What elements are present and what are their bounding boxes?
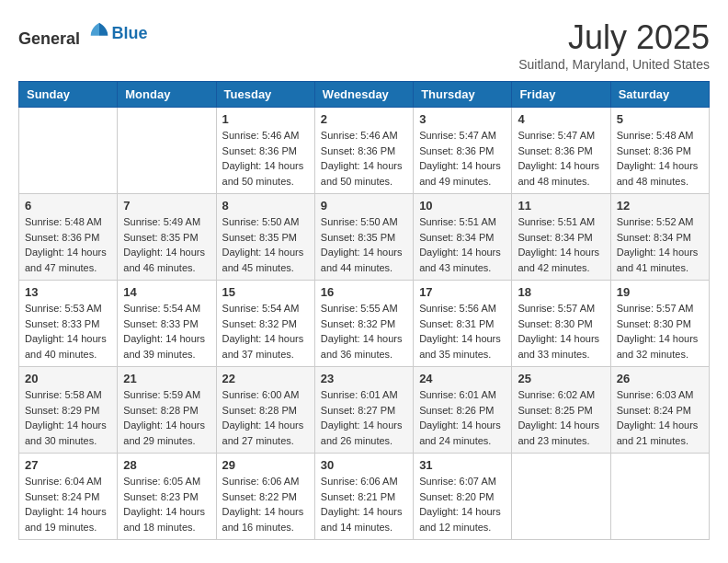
- day-header-sunday: Sunday: [19, 82, 118, 108]
- day-header-saturday: Saturday: [610, 82, 709, 108]
- calendar-cell: 19Sunrise: 5:57 AM Sunset: 8:30 PM Dayli…: [610, 281, 709, 367]
- day-number: 21: [123, 372, 210, 385]
- day-header-wednesday: Wednesday: [314, 82, 413, 108]
- calendar-cell: 9Sunrise: 5:50 AM Sunset: 8:35 PM Daylig…: [314, 194, 413, 281]
- calendar-cell: [118, 108, 216, 194]
- calendar-cell: 10Sunrise: 5:51 AM Sunset: 8:34 PM Dayli…: [414, 194, 512, 281]
- calendar-cell: 12Sunrise: 5:52 AM Sunset: 8:34 PM Dayli…: [610, 194, 709, 281]
- calendar-cell: 30Sunrise: 6:06 AM Sunset: 8:21 PM Dayli…: [314, 454, 413, 540]
- calendar-cell: 17Sunrise: 5:56 AM Sunset: 8:31 PM Dayli…: [414, 281, 512, 367]
- day-number: 2: [321, 112, 407, 126]
- calendar-cell: 24Sunrise: 6:01 AM Sunset: 8:26 PM Dayli…: [414, 367, 512, 454]
- day-number: 15: [222, 285, 309, 299]
- day-number: 25: [518, 372, 604, 385]
- calendar-cell: 28Sunrise: 6:05 AM Sunset: 8:23 PM Dayli…: [118, 454, 216, 540]
- day-number: 17: [419, 285, 506, 299]
- day-number: 31: [419, 458, 506, 472]
- week-row-1: 1Sunrise: 5:46 AM Sunset: 8:36 PM Daylig…: [19, 108, 710, 194]
- cell-content: Sunrise: 6:04 AM Sunset: 8:24 PM Dayligh…: [25, 474, 111, 534]
- day-number: 28: [123, 458, 210, 472]
- cell-content: Sunrise: 6:00 AM Sunset: 8:28 PM Dayligh…: [222, 387, 309, 448]
- cell-content: Sunrise: 5:58 AM Sunset: 8:29 PM Dayligh…: [25, 387, 111, 448]
- day-number: 13: [25, 285, 111, 299]
- calendar-cell: 13Sunrise: 5:53 AM Sunset: 8:33 PM Dayli…: [19, 281, 118, 367]
- cell-content: Sunrise: 5:48 AM Sunset: 8:36 PM Dayligh…: [25, 214, 111, 275]
- calendar-cell: 26Sunrise: 6:03 AM Sunset: 8:24 PM Dayli…: [610, 367, 709, 454]
- day-number: 19: [617, 285, 703, 299]
- calendar-cell: 18Sunrise: 5:57 AM Sunset: 8:30 PM Dayli…: [512, 281, 610, 367]
- cell-content: Sunrise: 5:47 AM Sunset: 8:36 PM Dayligh…: [419, 128, 506, 189]
- calendar-cell: 27Sunrise: 6:04 AM Sunset: 8:24 PM Dayli…: [19, 454, 118, 540]
- calendar-cell: 21Sunrise: 5:59 AM Sunset: 8:28 PM Dayli…: [118, 367, 216, 454]
- cell-content: Sunrise: 5:49 AM Sunset: 8:35 PM Dayligh…: [123, 214, 210, 275]
- day-number: 8: [222, 199, 309, 213]
- cell-content: Sunrise: 5:57 AM Sunset: 8:30 PM Dayligh…: [617, 301, 703, 362]
- cell-content: Sunrise: 5:51 AM Sunset: 8:34 PM Dayligh…: [518, 214, 604, 275]
- day-number: 10: [419, 199, 506, 213]
- logo: General Blue: [18, 18, 148, 49]
- day-number: 14: [123, 285, 210, 299]
- day-number: 11: [518, 199, 604, 213]
- calendar-cell: [512, 454, 610, 540]
- cell-content: Sunrise: 5:51 AM Sunset: 8:34 PM Dayligh…: [419, 214, 506, 275]
- calendar-cell: 6Sunrise: 5:48 AM Sunset: 8:36 PM Daylig…: [19, 194, 118, 281]
- cell-content: Sunrise: 6:02 AM Sunset: 8:25 PM Dayligh…: [518, 387, 604, 448]
- cell-content: Sunrise: 5:59 AM Sunset: 8:28 PM Dayligh…: [123, 387, 210, 448]
- calendar-cell: 3Sunrise: 5:47 AM Sunset: 8:36 PM Daylig…: [414, 108, 512, 194]
- day-number: 16: [321, 285, 407, 299]
- calendar-cell: 5Sunrise: 5:48 AM Sunset: 8:36 PM Daylig…: [610, 108, 709, 194]
- cell-content: Sunrise: 6:06 AM Sunset: 8:22 PM Dayligh…: [222, 474, 309, 534]
- calendar-cell: [610, 454, 709, 540]
- day-number: 1: [222, 112, 309, 126]
- day-number: 9: [321, 199, 407, 213]
- cell-content: Sunrise: 5:54 AM Sunset: 8:33 PM Dayligh…: [123, 301, 210, 362]
- cell-content: Sunrise: 5:54 AM Sunset: 8:32 PM Dayligh…: [222, 301, 309, 362]
- week-row-4: 20Sunrise: 5:58 AM Sunset: 8:29 PM Dayli…: [19, 367, 710, 454]
- day-header-monday: Monday: [118, 82, 216, 108]
- day-header-thursday: Thursday: [414, 82, 512, 108]
- calendar-cell: 25Sunrise: 6:02 AM Sunset: 8:25 PM Dayli…: [512, 367, 610, 454]
- calendar-cell: 29Sunrise: 6:06 AM Sunset: 8:22 PM Dayli…: [216, 454, 314, 540]
- calendar-header: SundayMondayTuesdayWednesdayThursdayFrid…: [19, 82, 710, 108]
- calendar-cell: [19, 108, 118, 194]
- page-header: General Blue July 2025 Suitland, Marylan…: [18, 18, 710, 72]
- day-number: 7: [123, 199, 210, 213]
- day-number: 4: [518, 112, 604, 126]
- day-number: 18: [518, 285, 604, 299]
- day-number: 29: [222, 458, 309, 472]
- day-headers-row: SundayMondayTuesdayWednesdayThursdayFrid…: [19, 82, 710, 108]
- cell-content: Sunrise: 6:07 AM Sunset: 8:20 PM Dayligh…: [419, 474, 506, 534]
- cell-content: Sunrise: 5:55 AM Sunset: 8:32 PM Dayligh…: [321, 301, 407, 362]
- cell-content: Sunrise: 6:03 AM Sunset: 8:24 PM Dayligh…: [617, 387, 703, 448]
- calendar-cell: 23Sunrise: 6:01 AM Sunset: 8:27 PM Dayli…: [314, 367, 413, 454]
- cell-content: Sunrise: 5:46 AM Sunset: 8:36 PM Dayligh…: [321, 128, 407, 189]
- calendar-cell: 14Sunrise: 5:54 AM Sunset: 8:33 PM Dayli…: [118, 281, 216, 367]
- cell-content: Sunrise: 5:48 AM Sunset: 8:36 PM Dayligh…: [617, 128, 703, 189]
- day-number: 30: [321, 458, 407, 472]
- calendar-cell: 11Sunrise: 5:51 AM Sunset: 8:34 PM Dayli…: [512, 194, 610, 281]
- calendar-cell: 4Sunrise: 5:47 AM Sunset: 8:36 PM Daylig…: [512, 108, 610, 194]
- day-header-friday: Friday: [512, 82, 610, 108]
- calendar-cell: 1Sunrise: 5:46 AM Sunset: 8:36 PM Daylig…: [216, 108, 314, 194]
- calendar-cell: 31Sunrise: 6:07 AM Sunset: 8:20 PM Dayli…: [414, 454, 512, 540]
- cell-content: Sunrise: 5:57 AM Sunset: 8:30 PM Dayligh…: [518, 301, 604, 362]
- week-row-2: 6Sunrise: 5:48 AM Sunset: 8:36 PM Daylig…: [19, 194, 710, 281]
- calendar-cell: 20Sunrise: 5:58 AM Sunset: 8:29 PM Dayli…: [19, 367, 118, 454]
- title-area: July 2025 Suitland, Maryland, United Sta…: [518, 18, 710, 72]
- day-number: 5: [617, 112, 703, 126]
- cell-content: Sunrise: 5:47 AM Sunset: 8:36 PM Dayligh…: [518, 128, 604, 189]
- day-number: 24: [419, 372, 506, 385]
- calendar-cell: 15Sunrise: 5:54 AM Sunset: 8:32 PM Dayli…: [216, 281, 314, 367]
- day-number: 26: [617, 372, 703, 385]
- day-header-tuesday: Tuesday: [216, 82, 314, 108]
- cell-content: Sunrise: 6:01 AM Sunset: 8:27 PM Dayligh…: [321, 387, 407, 448]
- cell-content: Sunrise: 5:46 AM Sunset: 8:36 PM Dayligh…: [222, 128, 309, 189]
- calendar-body: 1Sunrise: 5:46 AM Sunset: 8:36 PM Daylig…: [19, 108, 710, 540]
- day-number: 27: [25, 458, 111, 472]
- day-number: 3: [419, 112, 506, 126]
- calendar-cell: 16Sunrise: 5:55 AM Sunset: 8:32 PM Dayli…: [314, 281, 413, 367]
- calendar-cell: 7Sunrise: 5:49 AM Sunset: 8:35 PM Daylig…: [118, 194, 216, 281]
- day-number: 12: [617, 199, 703, 213]
- logo-blue-text: Blue: [112, 24, 148, 42]
- day-number: 22: [222, 372, 309, 385]
